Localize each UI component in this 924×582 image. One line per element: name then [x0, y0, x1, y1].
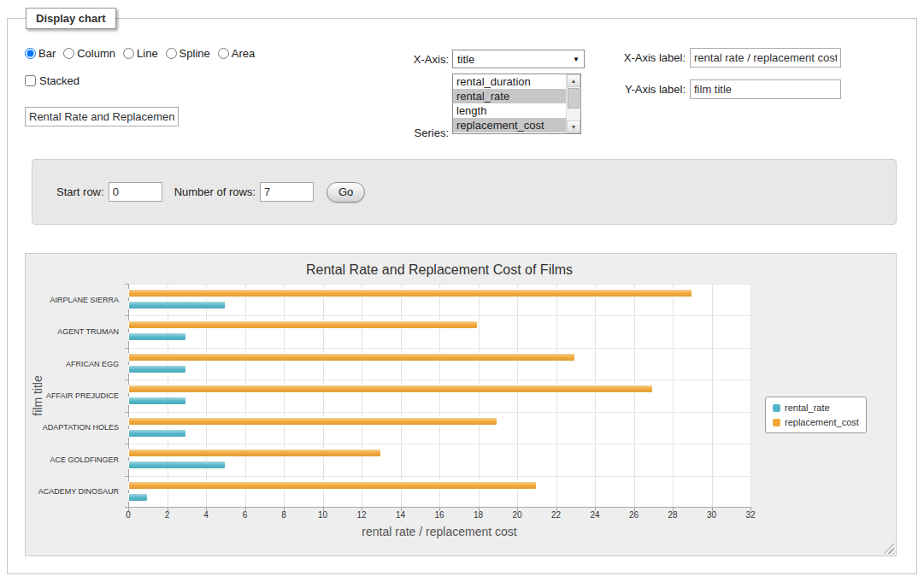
gridline-vertical — [750, 284, 751, 508]
stacked-option[interactable]: Stacked — [25, 74, 79, 87]
gridline-vertical — [323, 284, 324, 508]
category-label: ADAPTATION HOLES — [43, 421, 119, 433]
legend-item-rental_rate[interactable]: rental_rate — [773, 403, 859, 413]
bar-replacement_cost — [128, 417, 497, 426]
y-axis-line — [128, 284, 129, 508]
chart-type-label: Bar — [38, 47, 56, 60]
scroll-down-icon[interactable]: ▼ — [567, 121, 580, 133]
resize-handle-icon[interactable] — [883, 543, 894, 554]
x-tick-label: 18 — [474, 510, 483, 520]
category-label: ACE GOLDFINGER — [50, 454, 119, 466]
gridline-vertical — [517, 284, 518, 508]
chart-type-radio-line[interactable] — [123, 48, 134, 59]
bar-rental_rate — [128, 461, 226, 469]
chart-title: Rental Rate and Replacement Cost of Film… — [128, 262, 750, 278]
x-tick-label: 4 — [203, 510, 209, 520]
legend-item-replacement_cost[interactable]: replacement_cost — [773, 417, 859, 427]
gridline-vertical — [362, 284, 362, 508]
start-row-label: Start row: — [56, 185, 104, 198]
band-line — [128, 284, 750, 285]
chart-type-label: Area — [232, 47, 255, 60]
stacked-label: Stacked — [39, 74, 79, 87]
gridline-vertical — [168, 284, 168, 508]
num-rows-input[interactable] — [260, 182, 314, 202]
category-label: AIRPLANE SIERRA — [50, 294, 119, 306]
bar-replacement_cost — [128, 481, 537, 490]
stacked-checkbox[interactable] — [25, 75, 36, 86]
gridline-vertical — [206, 284, 207, 508]
series-select-label: Series: — [367, 123, 449, 143]
chart-panel: Rental Rate and Replacement Cost of Film… — [25, 253, 897, 556]
chart-title-input[interactable] — [25, 107, 179, 126]
scrollbar-track — [567, 109, 580, 121]
chart-type-label: Spline — [180, 47, 210, 60]
x-tick-label: 14 — [396, 510, 405, 520]
series-option-length[interactable]: length — [453, 103, 566, 118]
x-axis-label-input[interactable] — [690, 48, 841, 68]
gridline-vertical — [556, 284, 557, 508]
display-chart-fieldset: Display chart BarColumnLineSplineArea St… — [7, 18, 917, 574]
legend-swatch — [773, 404, 780, 412]
chart-type-option-spline[interactable]: Spline — [166, 47, 210, 60]
legend-label: replacement_cost — [785, 417, 859, 427]
chart-type-radio-spline[interactable] — [166, 48, 177, 59]
bar-replacement_cost — [128, 353, 575, 362]
band-line — [128, 348, 750, 349]
bar-replacement_cost — [128, 320, 478, 329]
chart-type-option-bar[interactable]: Bar — [25, 47, 56, 60]
bar-rental_rate — [128, 365, 186, 373]
bar-rental_rate — [128, 397, 186, 405]
band-line — [128, 315, 750, 316]
x-tick-label: 32 — [745, 510, 755, 520]
series-option-replacement_cost[interactable]: replacement_cost — [453, 118, 566, 132]
gridline-vertical — [595, 284, 596, 508]
y-axis-label-label: Y-Axis label: — [555, 79, 686, 99]
x-tick-label: 10 — [318, 510, 327, 520]
x-axis-title: rental rate / replacement cost — [128, 525, 750, 538]
category-label: ACADEMY DINOSAUR — [38, 485, 119, 497]
gridline-vertical — [284, 284, 285, 508]
plot-area — [128, 284, 750, 508]
bar-rental_rate — [128, 429, 186, 438]
gridline-vertical — [712, 284, 713, 508]
chart-type-option-line[interactable]: Line — [123, 47, 158, 60]
chart-type-option-area[interactable]: Area — [218, 47, 255, 60]
series-options: rental_durationrental_ratelengthreplacem… — [453, 74, 566, 133]
x-tick-label: 2 — [165, 510, 170, 520]
x-tick-label: 6 — [243, 510, 248, 520]
chart-type-radio-area[interactable] — [218, 48, 229, 59]
gridline-vertical — [245, 284, 246, 508]
y-axis-label-input[interactable] — [690, 79, 841, 99]
chart-type-radio-column[interactable] — [63, 48, 74, 59]
x-tick-label: 22 — [551, 510, 561, 520]
band-line — [128, 444, 750, 444]
fieldset-legend: Display chart — [26, 8, 116, 29]
legend-label: rental_rate — [785, 403, 830, 413]
category-label: AFFAIR PREJUDICE — [46, 390, 119, 402]
x-axis-select-label: X-Axis: — [367, 50, 449, 69]
series-option-rental_duration[interactable]: rental_duration — [453, 74, 566, 89]
x-tick-label: 16 — [434, 510, 444, 520]
series-option-rental_rate[interactable]: rental_rate — [453, 89, 566, 103]
chart-type-label: Line — [137, 47, 158, 60]
x-tick-label: 24 — [590, 510, 599, 520]
x-axis-label-label: X-Axis label: — [555, 48, 686, 68]
chart-type-group: BarColumnLineSplineArea — [25, 47, 255, 60]
chart-type-option-column[interactable]: Column — [63, 47, 115, 60]
x-tick-label: 8 — [281, 510, 286, 520]
gridline-vertical — [634, 284, 635, 508]
bar-replacement_cost — [128, 289, 692, 297]
x-tick-label: 26 — [629, 510, 639, 520]
legend-swatch — [773, 419, 780, 426]
x-tick-labels: 02468101214161820222426283032 — [128, 510, 750, 522]
bar-rental_rate — [128, 493, 148, 502]
x-tick-label: 12 — [356, 510, 366, 520]
x-tick-label: 30 — [707, 510, 716, 520]
go-button[interactable]: Go — [327, 182, 365, 203]
category-label: AFRICAN EGG — [66, 358, 119, 370]
x-tick-label: 28 — [668, 510, 677, 520]
rows-panel: Start row: Number of rows: Go — [32, 159, 897, 225]
start-row-input[interactable] — [109, 182, 162, 202]
chart-type-radio-bar[interactable] — [25, 48, 36, 59]
gridline-vertical — [673, 284, 674, 508]
